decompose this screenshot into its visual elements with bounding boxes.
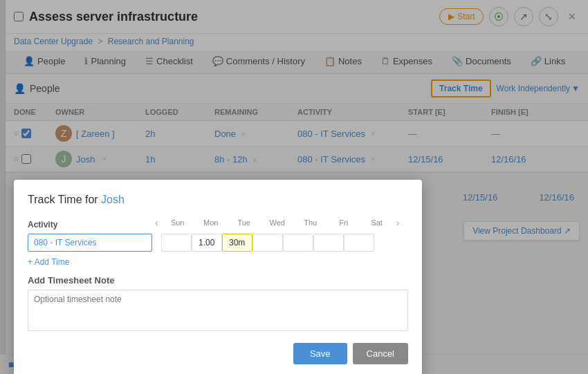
day-col-wed: Wed [261, 218, 294, 230]
day-input-col-fri [313, 234, 344, 252]
modal-title-prefix: Track Time for [28, 194, 98, 205]
add-time-link[interactable]: + Add Time [28, 257, 69, 267]
day-inputs-row [161, 234, 374, 252]
day-input-col-thu [283, 234, 313, 252]
day-input-sun[interactable] [161, 234, 192, 252]
day-label-thu: Thu [294, 218, 327, 227]
day-label-sun: Sun [161, 218, 194, 227]
day-col-mon: Mon [194, 218, 228, 230]
day-label-wed: Wed [261, 218, 294, 227]
prev-week-arrow[interactable]: ‹ [152, 217, 161, 228]
day-col-sun: Sun [161, 218, 194, 230]
day-input-col-tue [222, 234, 252, 252]
day-col-fri: Fri [327, 218, 360, 230]
grid-header-row: Activity ‹ Sun Mon Tue Wed [28, 217, 408, 230]
timesheet-note-label: Add Timesheet Note [28, 275, 408, 286]
activity-input-row: ‹ [28, 234, 408, 252]
day-input-col-mon [192, 234, 222, 252]
day-input-sat[interactable] [344, 234, 374, 252]
day-col-thu: Thu [294, 218, 327, 230]
day-input-tue[interactable] [222, 234, 252, 252]
day-input-col-sun [161, 234, 192, 252]
day-col-tue: Tue [228, 218, 261, 230]
save-button[interactable]: Save [293, 343, 347, 364]
day-input-col-sat [344, 234, 374, 252]
main-container: Assess server infrastructure ▶ Start ⦿ ↗… [0, 0, 588, 374]
day-input-thu[interactable] [283, 234, 313, 252]
activity-col-label: Activity [28, 220, 152, 230]
day-label-mon: Mon [194, 218, 228, 227]
day-col-sat: Sat [360, 218, 394, 230]
day-labels-row: Sun Mon Tue Wed Thu Fri [161, 218, 394, 230]
day-input-mon[interactable] [192, 234, 222, 252]
day-input-col-wed [252, 234, 283, 252]
day-input-wed[interactable] [252, 234, 283, 252]
modal-title: Track Time for Josh [28, 194, 408, 206]
day-input-fri[interactable] [313, 234, 344, 252]
track-time-modal: Track Time for Josh Activity ‹ Sun Mon T… [14, 180, 422, 374]
next-week-arrow[interactable]: › [394, 217, 403, 228]
activity-input[interactable] [28, 234, 152, 252]
day-label-tue: Tue [228, 218, 261, 227]
activity-input-wrapper [28, 234, 152, 252]
timesheet-note-input[interactable] [28, 290, 408, 331]
modal-footer: Save Cancel [28, 343, 408, 364]
cancel-button[interactable]: Cancel [353, 343, 408, 364]
modal-body: Activity ‹ Sun Mon Tue Wed [28, 217, 408, 333]
day-label-sat: Sat [360, 218, 394, 227]
day-label-fri: Fri [327, 218, 360, 227]
modal-person-name: Josh [101, 194, 125, 205]
